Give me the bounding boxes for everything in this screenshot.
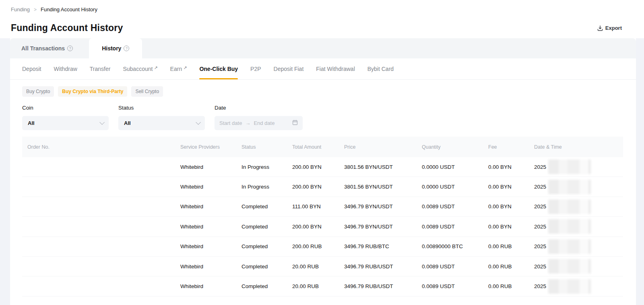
subtab-label: Subaccount <box>123 66 153 72</box>
date-range-picker[interactable]: Start date → End date <box>215 116 303 130</box>
table-header: Order No. Service Providers Status Total… <box>22 137 623 157</box>
subtab-label: One-Click Buy <box>199 66 238 72</box>
provider-cell: Whitebird <box>180 184 242 190</box>
coin-filter-label: Coin <box>22 105 109 111</box>
tab-history[interactable]: History ? <box>89 38 142 58</box>
subtab-label: Withdraw <box>54 66 77 72</box>
fee-cell: 0.00 BYN <box>488 164 534 170</box>
coin-select[interactable]: All <box>22 116 109 130</box>
price-cell: 3496.79 RUB/USDT <box>344 283 422 289</box>
datetime-year: 2025 <box>534 283 546 289</box>
total-cell: 200.00 BYN <box>292 164 344 170</box>
export-button[interactable]: Export <box>597 25 622 31</box>
transactions-table: Order No. Service Providers Status Total… <box>22 137 623 297</box>
subtab-deposit[interactable]: Deposit <box>22 58 41 79</box>
table-row: Whitebird Completed 20.00 RUB 3496.79 RU… <box>22 276 623 296</box>
subtab-one-click-buy[interactable]: One-Click Buy <box>199 58 238 79</box>
breadcrumb-funding-link[interactable]: Funding <box>11 6 30 12</box>
pill-sell-crypto[interactable]: Sell Crypto <box>131 86 163 97</box>
fee-cell: 0.00 RUB <box>488 264 534 270</box>
total-cell: 20.00 RUB <box>292 264 344 270</box>
quantity-cell: 0.0089 USDT <box>422 203 488 210</box>
subtab-p2p[interactable]: P2P <box>250 58 261 79</box>
col-quantity: Quantity <box>422 144 488 150</box>
datetime-year: 2025 <box>534 164 546 170</box>
fee-cell: 0.00 BYN <box>488 203 534 210</box>
calendar-icon <box>292 120 298 127</box>
range-arrow-icon: → <box>245 120 250 126</box>
tab-bar: All Transactions ? History ? <box>10 38 636 58</box>
col-service-providers: Service Providers <box>180 144 242 150</box>
price-cell: 3496.79 BYN/USDT <box>344 203 422 210</box>
datetime-redacted <box>548 239 591 254</box>
subtab-label: Earn <box>170 66 182 72</box>
subtab-subaccount[interactable]: Subaccount↗ <box>123 58 157 79</box>
total-cell: 20.00 RUB <box>292 283 344 289</box>
datetime-cell: 2025 <box>534 199 623 214</box>
datetime-redacted <box>548 180 591 194</box>
download-icon <box>597 25 603 31</box>
status-select[interactable]: All <box>118 116 205 130</box>
provider-cell: Whitebird <box>180 264 242 270</box>
subtab-fiat-withdrawal[interactable]: Fiat Withdrawal <box>316 58 355 79</box>
start-date-input[interactable]: Start date <box>219 120 242 126</box>
coin-filter: Coin All <box>22 105 109 130</box>
subtab-transfer[interactable]: Transfer <box>90 58 111 79</box>
datetime-redacted <box>548 279 591 294</box>
status-cell: Completed <box>242 283 292 289</box>
total-cell: 200.00 BYN <box>292 184 344 190</box>
export-label: Export <box>605 25 622 31</box>
subtab-label: Fiat Withdrawal <box>316 66 355 72</box>
tab-history-label: History <box>102 45 121 52</box>
datetime-year: 2025 <box>534 243 546 249</box>
fee-cell: 0.00 BYN <box>488 224 534 230</box>
datetime-cell: 2025 <box>534 239 623 254</box>
fee-cell: 0.00 RUB <box>488 283 534 289</box>
pill-buy-crypto-third-party[interactable]: Buy Crypto via Third-Party <box>58 86 127 97</box>
table-row: Whitebird In Progress 200.00 BYN 3801.56… <box>22 177 623 197</box>
quantity-cell: 0.0000 USDT <box>422 184 488 190</box>
datetime-cell: 2025 <box>534 279 623 294</box>
provider-cell: Whitebird <box>180 203 242 210</box>
pill-buy-crypto[interactable]: Buy Crypto <box>22 86 54 97</box>
chevron-right-icon: > <box>34 7 37 12</box>
external-link-icon: ↗ <box>154 65 157 71</box>
table-row: Whitebird Completed 200.00 BYN 3496.79 B… <box>22 217 623 237</box>
tab-all-transactions[interactable]: All Transactions ? <box>10 38 89 58</box>
subtab-label: P2P <box>250 66 261 72</box>
table-row: Whitebird Completed 20.00 RUB 3496.79 RU… <box>22 257 623 276</box>
status-filter: Status All <box>118 105 205 130</box>
subtab-label: Deposit Fiat <box>274 66 304 72</box>
table-row: Whitebird In Progress 200.00 BYN 3801.56… <box>22 157 623 177</box>
quantity-cell: 0.0000 USDT <box>422 164 488 170</box>
subtab-label: Bybit Card <box>367 66 394 72</box>
col-status: Status <box>242 144 292 150</box>
status-filter-label: Status <box>118 105 205 111</box>
history-type-tabs: Deposit Withdraw Transfer Subaccount↗ Ea… <box>10 58 636 80</box>
subtab-bybit-card[interactable]: Bybit Card <box>367 58 394 79</box>
coin-select-value: All <box>28 120 35 126</box>
total-cell: 200.00 RUB <box>292 243 344 249</box>
subtab-earn[interactable]: Earn↗ <box>170 58 187 79</box>
help-icon[interactable]: ? <box>124 46 129 51</box>
status-cell: Completed <box>242 264 292 270</box>
table-row: Whitebird Completed 111.00 BYN 3496.79 B… <box>22 197 623 217</box>
fee-cell: 0.00 BYN <box>488 184 534 190</box>
provider-cell: Whitebird <box>180 243 242 249</box>
datetime-year: 2025 <box>534 224 546 230</box>
help-icon[interactable]: ? <box>67 46 73 51</box>
breadcrumb-current: Funding Account History <box>41 6 97 12</box>
price-cell: 3496.79 RUB/USDT <box>344 264 422 270</box>
fee-cell: 0.00 RUB <box>488 243 534 249</box>
subtab-withdraw[interactable]: Withdraw <box>54 58 77 79</box>
col-order-no: Order No. <box>27 144 180 150</box>
col-total-amount: Total Amount <box>292 144 344 150</box>
table-row: Whitebird Completed 200.00 RUB 3496.79 R… <box>22 237 623 257</box>
date-filter-label: Date <box>215 105 303 111</box>
content-card: All Transactions ? History ? Deposit Wit… <box>10 38 636 305</box>
datetime-redacted <box>548 219 591 234</box>
status-cell: Completed <box>242 224 292 230</box>
end-date-input[interactable]: End date <box>254 120 275 126</box>
subtab-deposit-fiat[interactable]: Deposit Fiat <box>274 58 304 79</box>
tab-all-transactions-label: All Transactions <box>21 45 65 52</box>
